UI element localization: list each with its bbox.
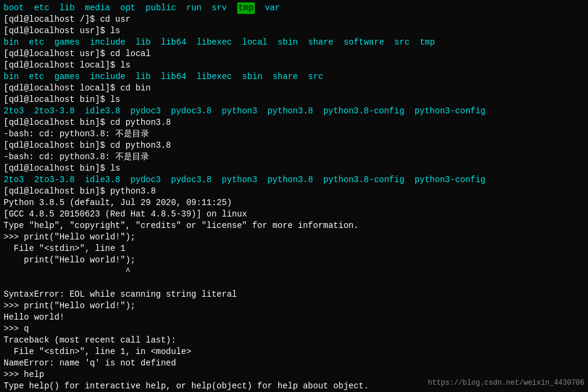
line-18: Python 3.8.5 (default, Jul 29 2020, 09:1… [4,197,584,209]
type-help-info: Type "help", "copyright", "credits" or "… [4,220,359,232]
dir-public: public [145,2,176,14]
line-3: [qdl@localhost usr]$ ls [4,25,584,37]
software-dir: software [344,37,384,48]
prompt-4: [qdl@localhost local]$ ls [4,60,130,71]
python-version: Python 3.8.5 (default, Jul 29 2020, 09:1… [4,197,232,209]
line-27: >>> print("Hello world!"); [4,300,584,312]
line-26: SyntaxError: EOL while scanning string l… [4,289,584,300]
line-30: Traceback (most recent call last): [4,335,584,346]
dir-var: var [265,2,280,14]
traceback-header: Traceback (most recent call last): [4,335,176,346]
dir-lib-1: lib [59,2,74,14]
bash-error-2: -bash: cd: python3.8: 不是目录 [4,151,149,163]
line-9: [qdl@localhost bin]$ ls [4,94,584,106]
url-text: https://blog.csdn.net/weixin_4430706 [428,379,584,387]
prompt-10: [qdl@localhost bin]$ python3.8 [4,186,156,197]
line-16: 2to3 2to3-3.8 idle3.8 pydoc3 pydoc3.8 py… [4,174,584,186]
line-17: [qdl@localhost bin]$ python3.8 [4,186,584,197]
line-10: 2to3 2to3-3.8 idle3.8 pydoc3 pydoc3.8 py… [4,106,584,117]
line-14: -bash: cd: python3.8: 不是目录 [4,151,584,163]
prompt-1: [qdl@localhost /]$ cd usr [4,14,130,25]
line-13: [qdl@localhost bin]$ cd python3.8 [4,140,584,151]
include-dir-local: include [90,71,126,83]
prompt-6: [qdl@localhost bin]$ ls [4,94,120,106]
dir-tmp-highlight: tmp [237,2,255,14]
line-19: [GCC 4.8.5 20150623 (Red Hat 4.8.5-39)] … [4,209,584,220]
prompt-5: [qdl@localhost local]$ cd bin [4,83,151,94]
line-20: Type "help", "copyright", "credits" or "… [4,220,584,232]
dir-media: media [85,2,110,14]
gcc-info: [GCC 4.8.5 20150623 (Red Hat 4.8.5-39)] … [4,209,247,220]
line-7: bin etc games include lib lib64 libexec … [4,71,584,83]
dir-etc-1: etc [34,2,49,14]
python-prompt-3: >>> q [4,323,29,335]
dir-run: run [187,2,202,14]
line-12: -bash: cd: python3.8: 不是目录 [4,128,584,140]
line-6: [qdl@localhost local]$ ls [4,60,584,71]
line-5: [qdl@localhost usr]$ cd local [4,48,584,60]
line-29: >>> q [4,323,584,335]
line-31: File "<stdin>", line 1, in <module> [4,346,584,358]
python-prompt-1: >>> print("Hello world!"); [4,232,135,243]
line-28: Hello world! [4,312,584,323]
dir-srv: srv [212,2,227,14]
line-4: bin etc games include lib lib64 libexec … [4,37,584,48]
url-watermark: https://blog.csdn.net/weixin_4430706 [428,379,584,387]
prompt-3: [qdl@localhost usr]$ cd local [4,48,151,60]
line-1: boot etc lib media opt public run srv tm… [4,2,584,14]
bash-error-1: -bash: cd: python3.8: 不是目录 [4,128,149,140]
line-32: NameError: name 'q' is not defined [4,358,584,369]
name-error: NameError: name 'q' is not defined [4,358,176,369]
prompt-9: [qdl@localhost bin]$ ls [4,163,120,174]
help-output: Type help() for interactive help, or hel… [4,381,369,392]
line-8: [qdl@localhost local]$ cd bin [4,83,584,94]
python-prompt-2: >>> print("Hello world!"); [4,300,135,312]
traceback-file: File "<stdin>", line 1, in <module> [4,346,191,358]
terminal[interactable]: boot etc lib media opt public run srv tm… [0,0,588,392]
error-file-1: File "<stdin>", line 1 [4,243,126,254]
line-15: [qdl@localhost bin]$ ls [4,163,584,174]
syntax-error: SyntaxError: EOL while scanning string l… [4,289,237,300]
prompt-2: [qdl@localhost usr]$ ls [4,25,120,37]
line-24: ^ [4,266,584,277]
error-caret: ^ [4,266,130,277]
python-prompt-4: >>> help [4,369,44,381]
line-21: >>> print("Hello world!"); [4,232,584,243]
prompt-7: [qdl@localhost bin]$ cd python3.8 [4,117,171,128]
line-2: [qdl@localhost /]$ cd usr [4,14,584,25]
hello-world-output: Hello world! [4,312,65,323]
error-print-line: print("Hello world!"); [4,254,135,266]
line-11: [qdl@localhost bin]$ cd python3.8 [4,117,584,128]
line-25 [4,277,584,289]
line-23: print("Hello world!"); [4,254,584,266]
prompt-8: [qdl@localhost bin]$ cd python3.8 [4,140,171,151]
dir-opt: opt [120,2,135,14]
dir-boot: boot [4,2,24,14]
line-22: File "<stdin>", line 1 [4,243,584,254]
